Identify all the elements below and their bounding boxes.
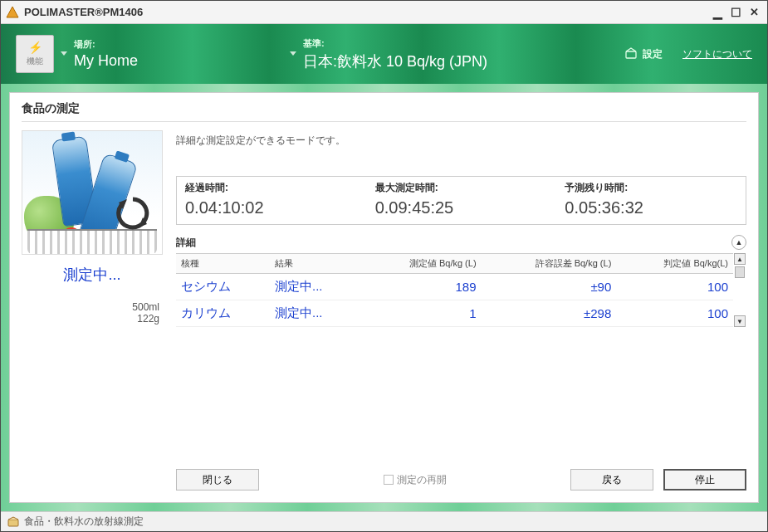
elapsed-time-label: 経過時間: [185,181,358,195]
status-icon [7,516,19,528]
sample-column: 測定中... 500ml 122g [22,130,163,491]
details-scrollbar[interactable]: ▲ ▼ [733,253,746,327]
details-table: 核種 結果 測定値 Bq/kg (L) 許容誤差 Bq/kg (L) 判定値 B… [176,253,733,327]
table-row[interactable]: カリウム 測定中... 1 ±298 100 [176,300,733,327]
statusbar-text: 食品・飲料水の放射線測定 [24,515,144,529]
table-row[interactable]: セシウム 測定中... 189 ±90 100 [176,274,733,300]
cell-nuclide: セシウム [176,274,270,300]
close-button[interactable]: 閉じる [176,469,259,491]
measurement-status: 測定中... [63,265,120,285]
scroll-down-icon[interactable]: ▼ [734,315,746,327]
maximize-button[interactable]: ☐ [727,6,744,19]
resume-checkbox[interactable]: 測定の再開 [384,473,447,487]
location-selector[interactable]: 場所: My Home [74,38,257,70]
stop-button[interactable]: 停止 [663,469,746,491]
location-label: 場所: [74,38,257,51]
function-label: 機能 [27,56,43,67]
settings-label: 設定 [643,47,663,61]
window-title: POLIMASTER®PM1406 [24,6,143,18]
col-measured[interactable]: 測定値 Bq/kg (L) [360,254,481,274]
cell-result: 測定中... [270,274,360,300]
sample-image [22,130,163,255]
col-result[interactable]: 結果 [270,254,360,274]
cell-tolerance: ±90 [482,274,617,300]
standard-dropdown-icon[interactable] [290,51,296,56]
minimize-button[interactable]: ▁ [709,6,726,19]
sample-meta: 500ml 122g [22,301,163,325]
cell-tolerance: ±298 [482,300,617,327]
cell-result: 測定中... [270,300,360,327]
header-band: ⚡ 機能 場所: My Home 基準: 日本:飲料水 10 Bq/kg (JP… [1,24,767,84]
sample-volume: 500ml [22,301,159,313]
window-controls: ▁ ☐ ✕ [709,6,762,19]
gear-icon [624,47,638,61]
panel-footer: 閉じる 測定の再開 戻る 停止 [176,457,746,491]
cell-threshold: 100 [616,300,733,327]
about-link[interactable]: ソフトについて [682,47,752,61]
standard-selector[interactable]: 基準: 日本:飲料水 10 Bq/kg (JPN) [303,37,536,71]
max-time-label: 最大測定時間: [375,181,548,195]
remaining-time-value: 0.05:36:32 [565,198,737,217]
svg-rect-1 [626,51,636,58]
resume-label: 測定の再開 [397,473,447,487]
remaining-time-label: 予測残り時間: [565,181,737,195]
max-time-value: 0.09:45:25 [375,198,548,217]
titlebar: POLIMASTER®PM1406 ▁ ☐ ✕ [1,1,767,24]
close-window-button[interactable]: ✕ [746,6,762,19]
back-button[interactable]: 戻る [570,469,653,491]
cell-nuclide: カリウム [176,300,270,327]
mode-description: 詳細な測定設定ができるモードです。 [176,134,746,148]
svg-marker-0 [7,7,18,17]
app-logo-icon [6,6,19,19]
details-column: 詳細な測定設定ができるモードです。 経過時間: 0.04:10:02 最大測定時… [176,130,746,491]
function-dropdown-icon[interactable] [61,51,67,56]
bolt-icon: ⚡ [28,41,42,54]
standard-label: 基準: [303,37,536,50]
details-label: 詳細 [176,236,196,250]
standard-value: 日本:飲料水 10 Bq/kg (JPN) [303,51,536,71]
elapsed-time-value: 0.04:10:02 [185,198,358,217]
divider [22,121,746,122]
settings-button[interactable]: 設定 [624,47,663,61]
statusbar: 食品・飲料水の放射線測定 [1,511,767,531]
function-button[interactable]: ⚡ 機能 [16,35,54,73]
checkbox-icon [384,475,394,485]
col-nuclide[interactable]: 核種 [176,254,270,274]
svg-rect-4 [8,520,18,526]
scroll-up-icon[interactable]: ▲ [734,253,746,265]
cell-measured: 1 [360,300,481,327]
col-tolerance[interactable]: 許容誤差 Bq/kg (L) [482,254,617,274]
panel-title: 食品の測定 [22,101,746,116]
work-area: 食品の測定 [1,84,767,511]
cell-measured: 189 [360,274,481,300]
sample-weight: 122g [22,313,159,325]
col-threshold[interactable]: 判定値 Bq/kg(L) [616,254,733,274]
collapse-button[interactable]: ▲ [731,235,746,250]
app-window: POLIMASTER®PM1406 ▁ ☐ ✕ ⚡ 機能 場所: My Home… [0,0,768,532]
measurement-panel: 食品の測定 [9,92,759,503]
scroll-thumb[interactable] [735,266,745,278]
location-value: My Home [74,52,257,70]
refresh-icon [112,193,154,234]
time-readout: 経過時間: 0.04:10:02 最大測定時間: 0.09:45:25 予測残り… [176,176,746,225]
cell-threshold: 100 [616,274,733,300]
